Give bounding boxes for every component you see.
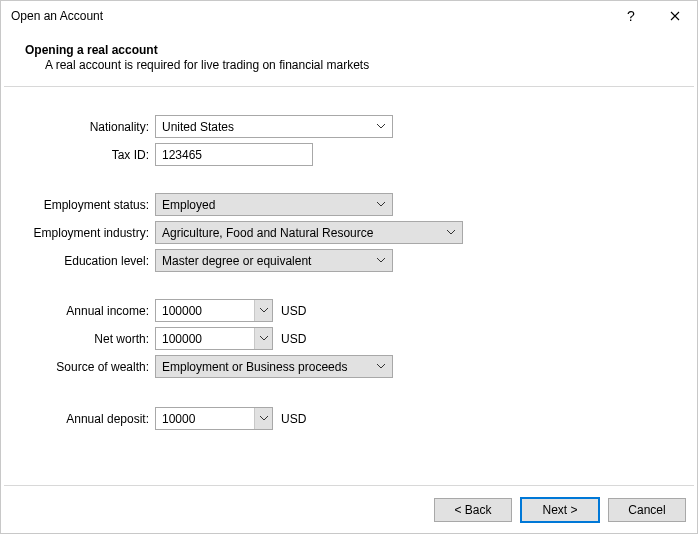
currency-suffix: USD (281, 412, 306, 426)
annual-income-combo[interactable]: 100000 (155, 299, 273, 322)
chevron-down-icon (374, 258, 388, 263)
dialog-window: Open an Account ? Opening a real account… (0, 0, 698, 534)
label-tax-id: Tax ID: (13, 148, 155, 162)
nationality-value: United States (162, 120, 374, 134)
net-worth-combo[interactable]: 100000 (155, 327, 273, 350)
row-source-of-wealth: Source of wealth: Employment or Business… (13, 355, 661, 378)
chevron-down-icon (254, 328, 272, 349)
close-button[interactable] (653, 1, 697, 31)
row-education-level: Education level: Master degree or equiva… (13, 249, 661, 272)
form-body: Nationality: United States Tax ID: 12346… (1, 87, 697, 485)
window-title: Open an Account (11, 9, 609, 23)
cancel-label: Cancel (628, 503, 665, 517)
next-label: Next > (542, 503, 577, 517)
label-employment-status: Employment status: (13, 198, 155, 212)
label-employment-industry: Employment industry: (13, 226, 155, 240)
education-level-select[interactable]: Master degree or equivalent (155, 249, 393, 272)
help-button[interactable]: ? (609, 1, 653, 31)
close-icon (670, 9, 680, 24)
chevron-down-icon (374, 364, 388, 369)
row-annual-deposit: Annual deposit: 10000 USD (13, 407, 661, 430)
annual-deposit-combo[interactable]: 10000 (155, 407, 273, 430)
annual-income-value: 100000 (156, 300, 254, 321)
back-label: < Back (454, 503, 491, 517)
employment-status-value: Employed (162, 198, 374, 212)
tax-id-value: 123465 (162, 148, 202, 162)
label-source-of-wealth: Source of wealth: (13, 360, 155, 374)
chevron-down-icon (374, 124, 388, 129)
row-net-worth: Net worth: 100000 USD (13, 327, 661, 350)
header: Opening a real account A real account is… (1, 31, 697, 86)
label-net-worth: Net worth: (13, 332, 155, 346)
row-annual-income: Annual income: 100000 USD (13, 299, 661, 322)
employment-status-select[interactable]: Employed (155, 193, 393, 216)
row-employment-status: Employment status: Employed (13, 193, 661, 216)
employment-industry-select[interactable]: Agriculture, Food and Natural Resource (155, 221, 463, 244)
chevron-down-icon (374, 202, 388, 207)
cancel-button[interactable]: Cancel (608, 498, 686, 522)
source-of-wealth-value: Employment or Business proceeds (162, 360, 374, 374)
nationality-select[interactable]: United States (155, 115, 393, 138)
net-worth-value: 100000 (156, 328, 254, 349)
source-of-wealth-select[interactable]: Employment or Business proceeds (155, 355, 393, 378)
chevron-down-icon (444, 230, 458, 235)
currency-suffix: USD (281, 304, 306, 318)
label-education-level: Education level: (13, 254, 155, 268)
chevron-down-icon (254, 408, 272, 429)
page-heading: Opening a real account (25, 43, 673, 57)
label-annual-deposit: Annual deposit: (13, 412, 155, 426)
employment-industry-value: Agriculture, Food and Natural Resource (162, 226, 444, 240)
label-nationality: Nationality: (13, 120, 155, 134)
footer: < Back Next > Cancel (4, 485, 694, 533)
chevron-down-icon (254, 300, 272, 321)
titlebar: Open an Account ? (1, 1, 697, 31)
help-icon: ? (627, 8, 635, 24)
education-level-value: Master degree or equivalent (162, 254, 374, 268)
tax-id-input[interactable]: 123465 (155, 143, 313, 166)
annual-deposit-value: 10000 (156, 408, 254, 429)
next-button[interactable]: Next > (520, 497, 600, 523)
back-button[interactable]: < Back (434, 498, 512, 522)
row-tax-id: Tax ID: 123465 (13, 143, 661, 166)
row-employment-industry: Employment industry: Agriculture, Food a… (13, 221, 661, 244)
currency-suffix: USD (281, 332, 306, 346)
label-annual-income: Annual income: (13, 304, 155, 318)
page-subheading: A real account is required for live trad… (25, 58, 673, 72)
row-nationality: Nationality: United States (13, 115, 661, 138)
